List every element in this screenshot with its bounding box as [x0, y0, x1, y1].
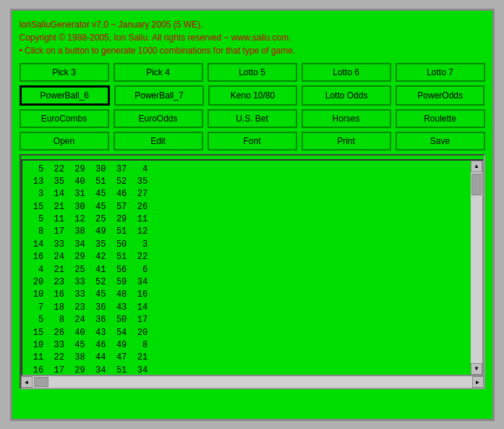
header-line1: IonSaliuGenerator v7.0 ~ January 2005 (5…	[20, 18, 485, 31]
scroll-left-button[interactable]: ◄	[21, 376, 33, 388]
euro-odds-button[interactable]: EuroOdds	[114, 109, 203, 128]
open-button[interactable]: Open	[20, 132, 109, 150]
scroll-right-button[interactable]: ►	[472, 376, 484, 388]
scroll-down-button[interactable]: ▼	[471, 363, 482, 375]
header-text: IonSaliuGenerator v7.0 ~ January 2005 (5…	[20, 18, 485, 57]
vertical-scrollbar[interactable]: ▲ ▼	[471, 161, 482, 375]
lotto-odds-button[interactable]: Lotto Odds	[302, 85, 391, 106]
output-content: 5 22 29 30 37 4 13 35 40 51 52 35 3 14 3…	[22, 161, 471, 375]
lotto7-button[interactable]: Lotto 7	[396, 63, 485, 82]
output-wrapper: 5 22 29 30 37 4 13 35 40 51 52 35 3 14 3…	[20, 154, 485, 389]
powerball6-button[interactable]: PowerBall_6	[20, 85, 111, 106]
save-button[interactable]: Save	[396, 132, 485, 150]
header-line3: • Click on a button to generate 1000 com…	[20, 44, 485, 57]
app-window: IonSaliuGenerator v7.0 ~ January 2005 (5…	[10, 9, 495, 421]
h-scroll-track[interactable]	[33, 376, 472, 388]
output-area: 5 22 29 30 37 4 13 35 40 51 52 35 3 14 3…	[21, 159, 484, 376]
h-scroll-thumb[interactable]	[34, 377, 48, 387]
lotto5-button[interactable]: Lotto 5	[208, 63, 297, 82]
horizontal-scrollbar[interactable]: ◄ ►	[21, 376, 484, 388]
print-button[interactable]: Print	[302, 132, 391, 150]
power-odds-button[interactable]: PowerOdds	[396, 85, 485, 106]
edit-button[interactable]: Edit	[114, 132, 203, 150]
button-row-4: Open Edit Font Print Save	[20, 132, 485, 150]
header-line2: Copyright © 1988-2005, Ion Saliu. All ri…	[20, 31, 485, 44]
keno-button[interactable]: Keno 10/80	[208, 85, 298, 106]
pick4-button[interactable]: Pick 4	[114, 63, 203, 82]
button-row-3: EuroCombs EuroOdds U.S. Bet Horses Roule…	[20, 109, 485, 128]
horses-button[interactable]: Horses	[302, 109, 391, 128]
font-button[interactable]: Font	[208, 132, 297, 150]
us-bet-button[interactable]: U.S. Bet	[208, 109, 297, 128]
button-row-1: Pick 3 Pick 4 Lotto 5 Lotto 6 Lotto 7	[20, 63, 485, 82]
roulette-button[interactable]: Roulette	[396, 109, 485, 128]
scroll-track[interactable]	[471, 172, 482, 363]
scroll-thumb[interactable]	[471, 174, 482, 195]
pick3-button[interactable]: Pick 3	[20, 63, 109, 82]
button-row-2: PowerBall_6 PowerBall_7 Keno 10/80 Lotto…	[20, 85, 485, 106]
lotto6-button[interactable]: Lotto 6	[302, 63, 391, 82]
scroll-up-button[interactable]: ▲	[471, 161, 482, 172]
euro-combs-button[interactable]: EuroCombs	[20, 109, 109, 128]
powerball7-button[interactable]: PowerBall_7	[114, 85, 204, 106]
